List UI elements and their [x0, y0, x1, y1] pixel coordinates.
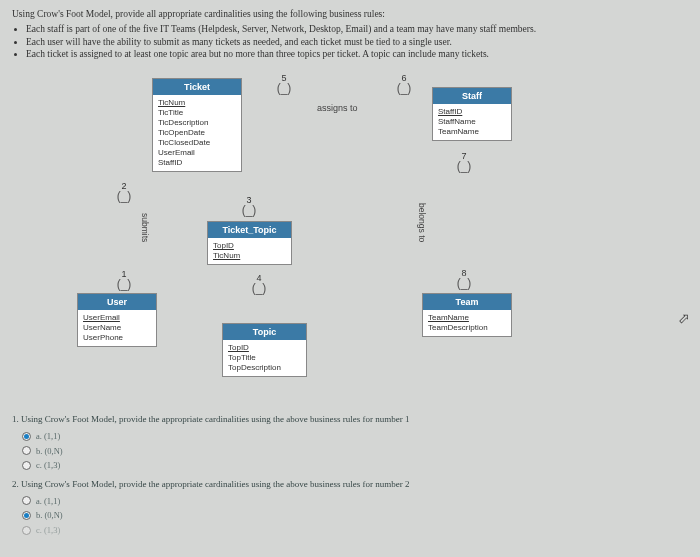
marker-7: 7 (_): [452, 151, 476, 172]
entity-ticket: Ticket TicNum TicTitle TicDescription Ti…: [152, 78, 242, 172]
entity-team: Team TeamName TeamDescription: [422, 293, 512, 337]
marker-8: 8 (_): [452, 268, 476, 289]
radio-icon[interactable]: [22, 432, 31, 441]
q1-opt-c[interactable]: c. (1,3): [22, 459, 688, 472]
radio-icon[interactable]: [22, 446, 31, 455]
rel-assigns: assigns to: [317, 103, 358, 113]
entity-user: User UserEmail UserName UserPhone: [77, 293, 157, 347]
cursor-icon: ⬀: [678, 310, 690, 327]
marker-3: 3 (_): [237, 195, 261, 216]
q1-opt-a[interactable]: a. (1,1): [22, 430, 688, 443]
rel-submits: submits: [140, 213, 150, 242]
instr-lead: Using Crow's Foot Model, provide all app…: [12, 8, 688, 21]
entity-team-head: Team: [423, 294, 511, 310]
q1-opt-b[interactable]: b. (0,N): [22, 445, 688, 458]
marker-6: 6 (_): [392, 73, 416, 94]
q2-opt-b[interactable]: b. (0,N): [22, 509, 688, 522]
entity-topic-head: Topic: [223, 324, 306, 340]
rel-belongs: belongs to: [417, 203, 427, 242]
marker-2: 2 (_): [112, 181, 136, 202]
rule-2: Each user will have the ability to submi…: [26, 36, 688, 49]
entity-staff: Staff StaffID StaffName TeamName: [432, 87, 512, 141]
entity-ticket-topic-head: Ticket_Topic: [208, 222, 291, 238]
radio-icon[interactable]: [22, 526, 31, 535]
marker-4: 4 (_): [247, 273, 271, 294]
rule-3: Each ticket is assigned to at least one …: [26, 48, 688, 61]
erd-diagram: Ticket TicNum TicTitle TicDescription Ti…: [52, 73, 612, 403]
entity-ticket-head: Ticket: [153, 79, 241, 95]
marker-5: 5 (_): [272, 73, 296, 94]
marker-1: 1 (_): [112, 269, 136, 290]
q2-opt-c[interactable]: c. (1,3): [22, 524, 688, 537]
radio-icon[interactable]: [22, 461, 31, 470]
q2-prompt: 2. Using Crow's Foot Model, provide the …: [12, 478, 688, 492]
rule-1: Each staff is part of one of the five IT…: [26, 23, 688, 36]
q2-opt-a[interactable]: a. (1,1): [22, 495, 688, 508]
radio-icon[interactable]: [22, 511, 31, 520]
radio-icon[interactable]: [22, 496, 31, 505]
entity-user-head: User: [78, 294, 156, 310]
entity-ticket-topic: Ticket_Topic TopID TicNum: [207, 221, 292, 265]
entity-topic: Topic TopID TopTitle TopDescription: [222, 323, 307, 377]
entity-staff-head: Staff: [433, 88, 511, 104]
q1-prompt: 1. Using Crow's Foot Model, provide the …: [12, 413, 688, 427]
